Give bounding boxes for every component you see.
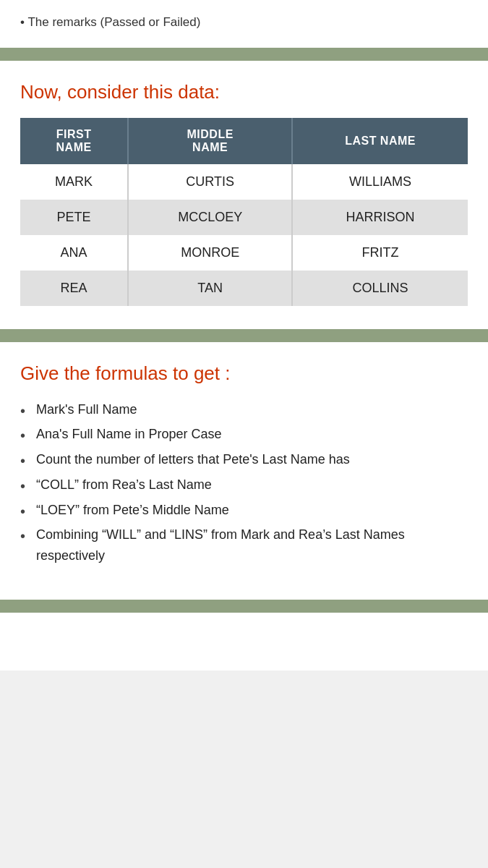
table-cell: CURTIS xyxy=(128,164,292,200)
footer-band xyxy=(0,605,488,613)
col-header-lastname: LAST NAME xyxy=(292,118,468,164)
list-item: Count the number of letters that Pete's … xyxy=(20,449,468,470)
list-item: Mark's Full Name xyxy=(20,399,468,420)
table-header-row: FIRSTNAME MIDDLENAME LAST NAME xyxy=(20,118,468,164)
bottom-title: Give the formulas to get : xyxy=(20,362,468,385)
top-text: • The remarks (Passed or Failed) xyxy=(20,13,468,32)
list-item: “LOEY” from Pete’s Middle Name xyxy=(20,500,468,521)
top-divider xyxy=(0,54,488,61)
table-cell: FRITZ xyxy=(292,235,468,271)
list-item: Combining “WILL” and “LINS” from Mark an… xyxy=(20,524,468,566)
table-row: ANAMONROEFRITZ xyxy=(20,235,468,271)
table-cell: MONROE xyxy=(128,235,292,271)
top-section: • The remarks (Passed or Failed) xyxy=(0,0,488,54)
table-cell: WILLIAMS xyxy=(292,164,468,200)
table-cell: REA xyxy=(20,271,128,306)
bottom-section: Give the formulas to get : Mark's Full N… xyxy=(0,342,488,606)
table-cell: ANA xyxy=(20,235,128,271)
table-cell: HARRISON xyxy=(292,200,468,235)
list-item: Ana's Full Name in Proper Case xyxy=(20,424,468,445)
table-cell: MCCLOEY xyxy=(128,200,292,235)
col-header-middlename: MIDDLENAME xyxy=(128,118,292,164)
table-cell: PETE xyxy=(20,200,128,235)
middle-section: Now, consider this data: FIRSTNAME MIDDL… xyxy=(0,61,488,335)
table-row: PETEMCCLOEYHARRISON xyxy=(20,200,468,235)
table-row: REATANCOLLINS xyxy=(20,271,468,306)
middle-title: Now, consider this data: xyxy=(20,81,468,103)
middle-divider xyxy=(0,335,488,342)
table-cell: MARK xyxy=(20,164,128,200)
col-header-firstname: FIRSTNAME xyxy=(20,118,128,164)
extra-space xyxy=(0,613,488,671)
table-row: MARKCURTISWILLIAMS xyxy=(20,164,468,200)
list-item: “COLL” from Rea’s Last Name xyxy=(20,475,468,495)
bullet-list: Mark's Full NameAna's Full Name in Prope… xyxy=(20,399,468,567)
data-table: FIRSTNAME MIDDLENAME LAST NAME MARKCURTI… xyxy=(20,118,468,306)
table-cell: TAN xyxy=(128,271,292,306)
table-cell: COLLINS xyxy=(292,271,468,306)
